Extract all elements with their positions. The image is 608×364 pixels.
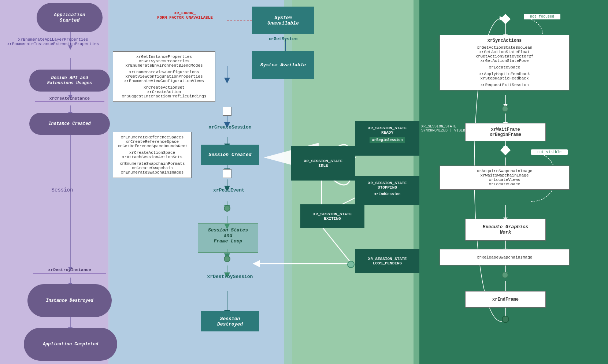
xr-begin-session: xrBeginSession [370,137,405,143]
state-exiting-node: XR_SESSION_STATE EXITING [300,204,364,228]
wait-begin-frame-label: xrWaitFrame xrBeginFrame [490,127,521,137]
session-created-label: Session Created [208,152,251,157]
end-frame-label: xrEndFrame [492,297,519,302]
end-frame-box: xrEndFrame [465,291,546,308]
suggest-interaction-profile: xrSuggestInteractionProfileBindings [118,94,211,99]
acquire-swapchain-image: xrAcquireSwapchainImage [444,169,565,173]
wait-begin-frame-box: xrWaitFrame xrBeginFrame [465,123,546,141]
acquire-swapchain-box: xrAcquireSwapchainImage xrWaitSwapchainI… [440,166,570,190]
not-focused-label: not focused [524,14,560,19]
application-started-node: Application Started [37,3,103,32]
state-ready-label: XR_SESSION_STATEREADY [360,124,415,137]
application-completed-node: Application Completed [24,328,117,361]
attach-session-action-sets: xrAttachSessionActionSets [118,155,187,159]
create-action-space: xrCreateActionSpace [118,151,187,155]
enumerate-instance-ext: xrEnumerateInstanceExtensionProperties [4,42,103,46]
enumerate-swapchain-formats: xrEnumerateSwapchainFormats [118,161,187,166]
state-stopping-label: XR_SESSION_STATESTOPPING [360,179,415,192]
session-states-label: Session States and Frame Loop [208,227,248,244]
xr-create-instance: xrCreateInstance [35,96,104,102]
xr-poll-event: xrPollEvent [205,187,253,193]
xr-end-session: xrEndSession [374,192,400,196]
session-created-node: Session Created [201,145,259,165]
state-exiting-label: XR_SESSION_STATE EXITING [313,212,352,221]
decide-api-label: Decide API and Extensions Usages [37,75,103,86]
instance-props-box: xrGetInstanceProperties xrGetSystemPrope… [113,51,215,102]
not-visible-label: not visible [531,149,568,155]
wait-swapchain-image: xrWaitSwapchainImage [444,173,565,178]
create-ref-space: xrCreateReferenceSpace [118,140,187,144]
get-action-state-pose: xrGetActionStatePose [444,59,565,63]
flow-circle-2 [224,256,230,262]
locate-views: xrLocateViews [444,178,565,182]
execute-graphics-label: Execute GraphicsWork [483,224,529,235]
system-unavailable-node: System Unavailable [252,7,314,34]
get-system-props: xrGetSystemProperties [118,59,211,63]
get-view-config-props: xrGetViewConfigurationProperties [118,74,211,79]
xr-destroy-instance: xrDestroyInstance [33,267,106,274]
application-completed-label: Application Completed [43,342,98,347]
xr-error-label: XR_ERROR_ FORM_FACTOR_UNAVAILABLE [147,11,223,20]
state-ready-node: XR_SESSION_STATEREADY xrBeginSession [355,121,419,156]
system-available-node: System Available [252,51,314,79]
connector-square-2 [223,169,231,178]
state-loss-pending-label: XR_SESSION_STATE LOSS_PENDING [368,257,407,265]
enumerate-api-layer: xrEnumerateApiLayerProperties [4,37,103,42]
get-ref-space-bounds: xrGetReferenceSpaceBoundsRect [118,144,187,148]
end-frame-circle [502,272,508,278]
enumerate-blend-modes: xrEnumerateEnvironmentBlendModes [118,63,211,68]
state-loss-pending-node: XR_SESSION_STATE LOSS_PENDING [355,249,419,273]
xr-create-session: xrCreateSession [201,125,259,130]
instance-destroyed-label: Instance Destroyed [46,298,93,303]
create-action: xrCreateAction [118,90,211,94]
enumerate-swapchain-images: xrEnumerateSwapchainImages [118,170,187,175]
release-swapchain-box: xrReleaseSwapchainImage [440,249,570,265]
xr-sync-actions-label: xrSyncActions [444,38,565,43]
session-label: Session [52,187,73,193]
decide-api-node: Decide API and Extensions Usages [29,70,110,92]
top-diamond [500,14,511,24]
svg-line-29 [322,226,352,264]
sync-circle [502,105,508,112]
loss-pending-circle [347,261,355,268]
session-destroyed-node: Session Destroyed [201,311,259,331]
xr-get-system: xrGetSystem [256,37,309,42]
instance-destroyed-node: Instance Destroyed [27,284,112,317]
state-idle-node: XR_SESSION_STATE IDLE [291,146,355,181]
enumerate-view-config-views: xrEnumerateViewConfigurationViews [118,79,211,83]
session-label-node: Session [48,187,77,193]
diagram-container: Application Started xrEnumerateApiLayerP… [0,0,608,364]
state-stopping-node: XR_SESSION_STATESTOPPING xrEndSession [355,176,419,205]
reference-spaces-box: xrEnumerateReferenceSpaces xrCreateRefer… [113,132,192,178]
system-unavailable-label: System Unavailable [258,15,308,26]
execute-graphics-node: Execute GraphicsWork [465,219,546,241]
bottom-circle [502,316,509,323]
connector-square-1 [223,107,231,116]
get-action-state-boolean: xrGetActionStateBoolean [444,45,565,50]
application-started-label: Application Started [44,12,95,23]
instance-created-node: Instance Created [29,113,110,135]
session-destroyed-label: Session Destroyed [207,316,253,327]
not-visible-diamond [500,145,511,155]
create-action-set: xrCreateActionSet [118,85,211,90]
state-idle-label: XR_SESSION_STATE IDLE [304,159,343,168]
get-instance-props: xrGetInstanceProperties [118,55,211,59]
system-available-label: System Available [260,62,306,68]
locate-space-1: xrLocateSpace [444,65,565,70]
session-states-node: Session States and Frame Loop [198,223,258,253]
request-exit-session: xrRequestExitSession [444,83,565,87]
get-action-state-float: xrGetActionStateFloat [444,50,565,54]
xr-destroy-session: xrDestroySession [201,274,259,279]
locate-space-2: xrLocateSpace [444,182,565,186]
xr-sync-actions-box: xrSyncActions xrGetActionStateBoolean xr… [440,35,570,90]
stop-haptic-feedback: xrStopHapticFeedback [444,76,565,81]
flow-circle-1 [224,205,230,212]
create-swapchain: xrCreateSwapchain [118,166,187,170]
enumerate-functions: xrEnumerateApiLayerProperties xrEnumerat… [4,37,103,46]
enumerate-view-configs: xrEnumerateViewConfigurations [118,70,211,74]
release-swapchain-label: xrReleaseSwapchainImage [477,255,533,260]
apply-haptic-feedback: xrApplyHapticFeedback [444,72,565,76]
enumerate-ref-spaces: xrEnumerateReferenceSpaces [118,135,187,140]
get-action-state-vector2f: xrGetActionStateVector2f [444,54,565,59]
instance-created-label: Instance Created [48,121,90,126]
